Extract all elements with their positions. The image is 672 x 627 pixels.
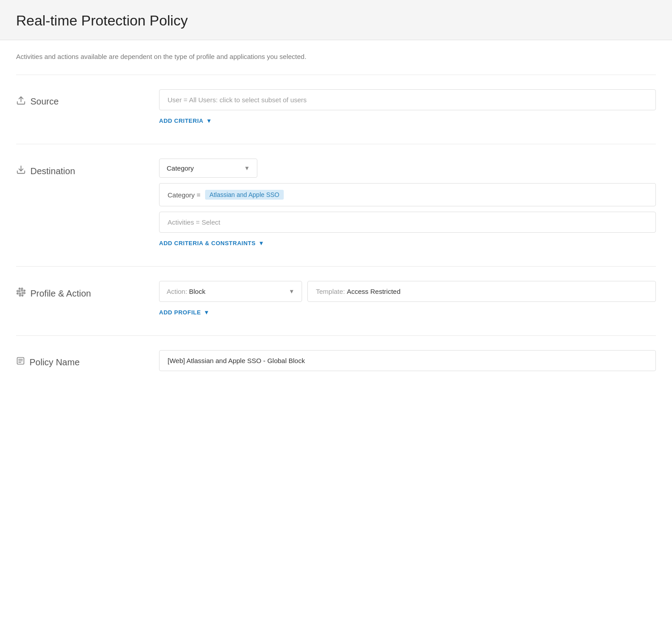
template-value-text: Access Restricted: [347, 288, 400, 295]
source-user-text: User = All Users: click to select subset…: [168, 96, 307, 104]
destination-category-row[interactable]: Category = Atlassian and Apple SSO: [159, 183, 656, 206]
source-content: User = All Users: click to select subset…: [159, 89, 656, 126]
section-divider-top: [16, 75, 656, 75]
policy-name-icon: [16, 356, 25, 368]
source-label-container: Source: [16, 89, 159, 108]
destination-category-tag: Atlassian and Apple SSO: [205, 190, 284, 200]
destination-section: Destination Category ▼ Category = Atlass…: [16, 159, 656, 248]
destination-add-criteria-arrow: ▼: [258, 240, 264, 247]
destination-add-criteria-button[interactable]: ADD CRITERIA & CONSTRAINTS ▼: [159, 238, 656, 248]
profile-action-icon: [16, 287, 26, 300]
policy-name-content: [Web] Atlassian and Apple SSO - Global B…: [159, 350, 656, 371]
destination-add-criteria-label: ADD CRITERIA & CONSTRAINTS: [159, 240, 256, 247]
source-destination-divider: [16, 144, 656, 144]
profile-action-label-text: Profile & Action: [30, 288, 91, 299]
template-label-text: Template:: [316, 288, 345, 295]
action-dropdown[interactable]: Action: Block ▼: [159, 281, 302, 302]
action-dropdown-arrow-icon: ▼: [289, 288, 294, 295]
source-section: Source User = All Users: click to select…: [16, 89, 656, 126]
destination-content: Category ▼ Category = Atlassian and Appl…: [159, 159, 656, 248]
source-label-text: Source: [30, 96, 59, 107]
source-add-criteria-label: ADD CRITERIA: [159, 117, 203, 124]
policy-name-label-container: Policy Name: [16, 350, 159, 368]
policy-name-section: Policy Name [Web] Atlassian and Apple SS…: [16, 350, 656, 371]
profile-action-label-container: Profile & Action: [16, 281, 159, 300]
source-user-field[interactable]: User = All Users: click to select subset…: [159, 89, 656, 110]
source-icon: [16, 96, 26, 108]
source-add-criteria-button[interactable]: ADD CRITERIA ▼: [159, 116, 656, 126]
action-dropdown-text: Action: Block: [167, 288, 206, 295]
destination-category-prefix: Category =: [168, 191, 201, 199]
profile-action-content: Action: Block ▼ Template: Access Restric…: [159, 281, 656, 318]
destination-activities-field[interactable]: Activities = Select: [159, 212, 656, 233]
destination-label-text: Destination: [30, 166, 75, 176]
profile-action-section: Profile & Action Action: Block ▼ Templat…: [16, 281, 656, 318]
page-header: Real-time Protection Policy: [0, 0, 672, 40]
destination-dropdown-label: Category: [167, 164, 194, 172]
page-description: Activities and actions available are dep…: [16, 53, 656, 60]
policy-name-label-text: Policy Name: [29, 357, 80, 368]
destination-label-container: Destination: [16, 159, 159, 177]
profile-policyname-divider: [16, 335, 656, 336]
destination-icon: [16, 165, 26, 177]
template-field[interactable]: Template: Access Restricted: [307, 281, 656, 302]
policy-name-value: [Web] Atlassian and Apple SSO - Global B…: [168, 357, 305, 364]
page-title: Real-time Protection Policy: [16, 13, 656, 29]
action-label-text: Action:: [167, 288, 187, 295]
action-row: Action: Block ▼ Template: Access Restric…: [159, 281, 656, 302]
destination-activities-text: Activities = Select: [168, 218, 220, 226]
add-profile-button[interactable]: ADD PROFILE ▼: [159, 307, 656, 318]
source-add-criteria-arrow: ▼: [206, 117, 212, 124]
action-value-text: Block: [189, 288, 206, 295]
add-profile-arrow: ▼: [204, 309, 210, 316]
page-content: Activities and actions available are dep…: [0, 40, 672, 401]
destination-profile-divider: [16, 266, 656, 267]
destination-dropdown-arrow-icon: ▼: [244, 165, 250, 171]
destination-category-dropdown[interactable]: Category ▼: [159, 159, 257, 178]
policy-name-field[interactable]: [Web] Atlassian and Apple SSO - Global B…: [159, 350, 656, 371]
add-profile-label: ADD PROFILE: [159, 309, 201, 316]
